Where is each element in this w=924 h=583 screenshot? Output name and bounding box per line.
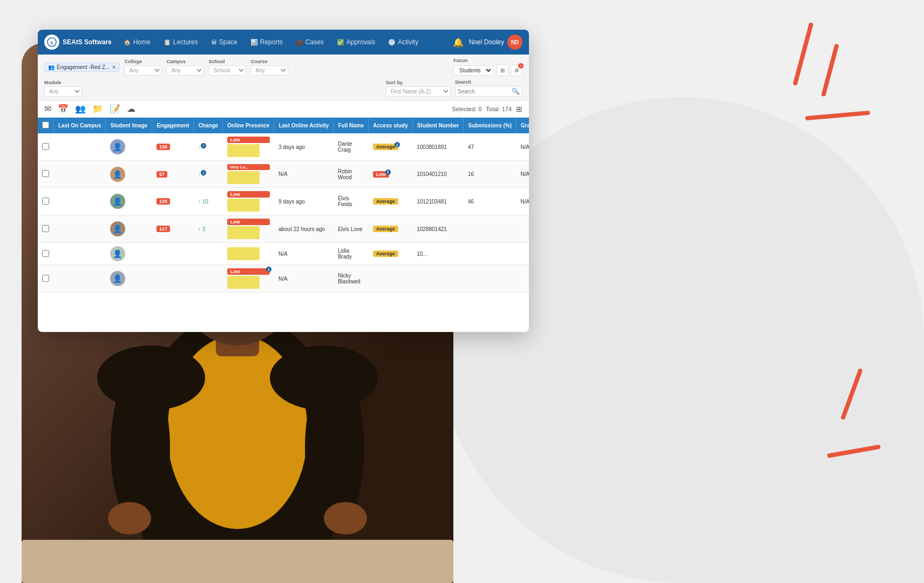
header-checkbox[interactable] [38,118,54,133]
logo-icon: S [44,35,59,50]
selected-count: Selected: 0 [452,106,481,112]
row-checkbox-cell[interactable] [38,215,54,243]
cell-access-study: Average [369,243,412,265]
presence-bar [227,144,260,157]
notes-icon[interactable]: 📝 [110,104,120,114]
row-checkbox-cell[interactable] [38,243,54,265]
decorative-stroke-2 [821,44,839,97]
nav-space[interactable]: 🏛 Space [206,36,243,48]
cell-engagement: 136 [152,133,194,161]
college-select[interactable]: Any [124,65,162,76]
low-notification: 2 [266,267,271,272]
search-icon[interactable]: 🔍 [512,87,520,95]
online-presence-badge: Very Lo... [227,164,270,170]
svg-rect-14 [22,540,453,583]
cell-student-image: 👤 [106,188,152,215]
calendar-icon[interactable]: 📅 [58,104,69,114]
nav-approvals[interactable]: ✅ Approvals [331,36,381,48]
cell-submissions [464,265,517,293]
row-checkbox-cell[interactable] [38,265,54,293]
cell-online-presence: Low [223,215,274,243]
campus-select[interactable]: Any [166,65,204,76]
access-study-badge: Low 2 [373,171,389,178]
cell-last-online: N/A [274,243,334,265]
student-avatar: 👤 [110,167,125,182]
row-checkbox[interactable] [42,170,49,177]
reports-icon: 📊 [250,39,258,46]
row-checkbox-cell[interactable] [38,161,54,188]
course-select[interactable]: Any [250,65,288,76]
grid-view-btn[interactable]: ⊞ [497,64,508,76]
ui-window: S SEAtS Software 🏠 Home 📋 Lectures 🏛 Spa… [38,30,529,332]
cloud-icon[interactable]: ☁ [127,104,135,114]
nav-home[interactable]: 🏠 Home [118,36,156,48]
nav-reports[interactable]: 📊 Reports [245,36,288,48]
table-row[interactable]: 👤 136 ↑ 7 2 Low [38,133,529,161]
row-checkbox-cell[interactable] [38,133,54,161]
row-checkbox-cell[interactable] [38,188,54,215]
folder-icon[interactable]: 📁 [92,104,103,114]
app-logo[interactable]: S SEAtS Software [44,35,112,50]
users-icon[interactable]: 👥 [75,104,86,114]
cell-grades [517,215,529,243]
table-row[interactable]: 👤 117 ↑ 3 Low about 22 hours ago [38,215,529,243]
cell-full-name: Nicky Blackwell [334,265,369,293]
user-menu[interactable]: Noel Dooley ND [469,35,522,50]
email-icon[interactable]: ✉ [44,104,51,114]
presence-bar [227,226,260,239]
row-checkbox[interactable] [42,225,49,232]
filter-bar: 👥 Engagement -Red Z... ✕ College Any Cam… [38,55,529,100]
cell-last-on-campus [54,265,106,293]
cell-last-on-campus [54,188,106,215]
module-select[interactable]: Any [44,86,82,97]
cell-change: ↑ 7 2 [194,133,223,161]
header-last-on-campus: Last On Campus [54,118,106,133]
engagement-filter-tag[interactable]: 👥 Engagement -Red Z... ✕ [44,63,120,72]
settings-btn[interactable]: ⚙ 1 [511,64,522,76]
cell-last-on-campus [54,133,106,161]
engagement-score: 136 [157,144,170,150]
search-input[interactable] [458,89,512,94]
sort-select[interactable]: First Name (A-Z) [386,86,451,97]
cell-change [194,243,223,265]
cell-access-study: Average [369,215,412,243]
nav-cases[interactable]: 💼 Cases [290,36,329,48]
table-row[interactable]: 👤 Low 2 N/A Nicky Bla [38,265,529,293]
table-row[interactable]: 👤 N/A Lidia Brady Average 10... [38,243,529,265]
remove-engagement-filter[interactable]: ✕ [112,64,116,70]
nav-right-section: 🔔 Noel Dooley ND [453,35,522,50]
table-row[interactable]: 👤 126 ↑ 10 Low 9 days ago [38,188,529,215]
search-label: Search [455,79,522,85]
cell-change: ↑ 3 [194,215,223,243]
engagement-tag-label: Engagement -Red Z... [57,64,110,70]
campus-label: Campus [166,59,204,64]
cell-grades [517,265,529,293]
cell-change [194,265,223,293]
cell-last-online: about 22 hours ago [274,215,334,243]
view-icons: ⊞ ⚙ 1 [497,64,522,76]
access-study-badge: Average 2 [373,144,398,150]
app-name: SEAtS Software [63,38,112,46]
row-checkbox[interactable] [42,250,49,257]
student-avatar: 👤 [110,271,125,286]
select-all-checkbox[interactable] [42,121,49,128]
notifications-bell[interactable]: 🔔 [453,37,464,48]
row-checkbox[interactable] [42,275,49,282]
access-notification: 2 [385,170,391,175]
cell-online-presence: Very Lo... [223,161,274,188]
cell-submissions: 46 [464,188,517,215]
table-row[interactable]: 👤 57 ↑ 1 2 Very Lo... [38,161,529,188]
header-access-study: Access study [369,118,412,133]
focus-select[interactable]: Students [453,65,493,76]
access-notification: 2 [395,142,400,147]
row-checkbox[interactable] [42,198,49,205]
cell-engagement [152,265,194,293]
course-label: Course [250,59,288,64]
row-checkbox[interactable] [42,143,49,150]
school-select[interactable]: School [208,65,246,76]
columns-icon[interactable]: ⊞ [516,105,522,113]
presence-bar [227,247,260,260]
nav-activity[interactable]: 🕐 Activity [383,36,424,48]
nav-lectures[interactable]: 📋 Lectures [158,36,203,48]
decorative-stroke-1 [793,22,814,86]
